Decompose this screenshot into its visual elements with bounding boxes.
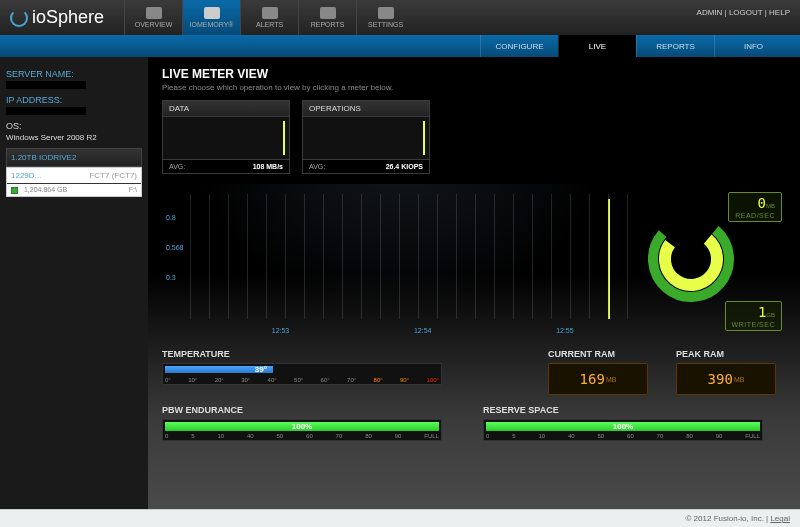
svg-point-0 (641, 209, 741, 309)
device-size: 1,204.864 GB (24, 186, 67, 193)
read-badge: 0MB READ/SEC (728, 192, 782, 222)
content: LIVE METER VIEW Please choose which oper… (148, 57, 800, 509)
temperature-block: TEMPERATURE 39° 0°10°20°30°40°50°60°70°8… (162, 349, 530, 395)
logo: ioSphere (10, 7, 104, 28)
current-ram-block: CURRENT RAM 169MB (548, 349, 658, 395)
topbar: ioSphere OVERVIEW IOMEMORY® ALERTS REPOR… (0, 0, 800, 35)
logo-icon (10, 9, 28, 27)
current-ram-value: 169MB (548, 363, 648, 395)
peak-ram-block: PEAK RAM 390MB (676, 349, 786, 395)
tile-ops-title: OPERATIONS (303, 101, 429, 117)
top-links: ADMIN | LOGOUT | HELP (697, 8, 790, 17)
temperature-bar: 39° 0°10°20°30°40°50°60°70°80°90°100° (162, 363, 442, 385)
legal-link[interactable]: Legal (770, 514, 790, 523)
server-name-label: SERVER NAME: (6, 69, 142, 79)
tile-ops-spark (303, 117, 429, 159)
subtab-info[interactable]: INFO (714, 35, 792, 57)
reserve-block: RESERVE SPACE 100% 0510405060708090FULL (483, 405, 786, 441)
overview-icon (146, 7, 162, 19)
sub-tabs: CONFIGURE LIVE REPORTS INFO (0, 35, 800, 57)
copyright: © 2012 Fusion-io, Inc. (686, 514, 764, 523)
temperature-scale: 0°10°20°30°40°50°60°70°80°90°100° (165, 377, 439, 383)
device-id: 1229D... (11, 171, 41, 180)
nav-iomemory[interactable]: IOMEMORY® (182, 0, 240, 35)
write-badge: 1GB WRITE/SEC (725, 301, 782, 331)
stat-blocks: TEMPERATURE 39° 0°10°20°30°40°50°60°70°8… (162, 349, 786, 395)
device-drive: F:\ (129, 186, 137, 193)
tile-data-title: DATA (163, 101, 289, 117)
settings-icon (378, 7, 394, 19)
os-value: Windows Server 2008 R2 (6, 133, 142, 142)
pbw-bar: 100% 0510405060708090FULL (162, 419, 442, 441)
reports-icon (320, 7, 336, 19)
tiles: DATA AVG:108 MB/s OPERATIONS AVG:26.4 KI… (162, 100, 786, 174)
admin-link[interactable]: ADMIN (697, 8, 723, 17)
nav-settings[interactable]: SETTINGS (356, 0, 414, 35)
server-name-value (6, 81, 86, 89)
peak-ram-value: 390MB (676, 363, 776, 395)
device-row[interactable]: 1229D... FCT7 (FCT7) (7, 168, 141, 184)
nav-alerts[interactable]: ALERTS (240, 0, 298, 35)
device-header[interactable]: 1.20TB IODRIVE2 (6, 148, 142, 167)
help-link[interactable]: HELP (769, 8, 790, 17)
os-label: OS: (6, 121, 142, 131)
device-fct: FCT7 (FCT7) (89, 171, 137, 180)
gauge-donut-icon (641, 209, 741, 309)
nav-overview[interactable]: OVERVIEW (124, 0, 182, 35)
alerts-icon (262, 7, 278, 19)
tile-data-spark (163, 117, 289, 159)
view-subtitle: Please choose which operation to view by… (162, 83, 786, 92)
brand-text: ioSphere (32, 7, 104, 28)
main: SERVER NAME: IP ADDRESS: OS: Windows Ser… (0, 57, 800, 509)
device-detail: 1,204.864 GB F:\ (7, 184, 141, 196)
nav-reports[interactable]: REPORTS (298, 0, 356, 35)
subtab-configure[interactable]: CONFIGURE (480, 35, 558, 57)
reserve-bar: 100% 0510405060708090FULL (483, 419, 763, 441)
stat-blocks-2: PBW ENDURANCE 100% 0510405060708090FULL … (162, 405, 786, 441)
main-nav: OVERVIEW IOMEMORY® ALERTS REPORTS SETTIN… (124, 0, 414, 35)
ip-value (6, 107, 86, 115)
subtab-reports[interactable]: REPORTS (636, 35, 714, 57)
timeline-chart[interactable]: 0.8 0.568 0.3 12:53 12:54 12:55 (162, 184, 636, 339)
pbw-block: PBW ENDURANCE 100% 0510405060708090FULL (162, 405, 465, 441)
tile-ops[interactable]: OPERATIONS AVG:26.4 KIOPS (302, 100, 430, 174)
tile-data[interactable]: DATA AVG:108 MB/s (162, 100, 290, 174)
sidebar: SERVER NAME: IP ADDRESS: OS: Windows Ser… (0, 57, 148, 509)
view-title: LIVE METER VIEW (162, 67, 786, 81)
ip-label: IP ADDRESS: (6, 95, 142, 105)
iomemory-icon (204, 7, 220, 19)
logout-link[interactable]: LOGOUT (729, 8, 763, 17)
meter-area: 0.8 0.568 0.3 12:53 12:54 12:55 0MB READ… (162, 184, 786, 339)
gauge: 0MB READ/SEC 1GB WRITE/SEC (636, 184, 786, 339)
status-icon (11, 187, 18, 194)
footer: © 2012 Fusion-io, Inc. | Legal (0, 509, 800, 527)
subtab-live[interactable]: LIVE (558, 35, 636, 57)
